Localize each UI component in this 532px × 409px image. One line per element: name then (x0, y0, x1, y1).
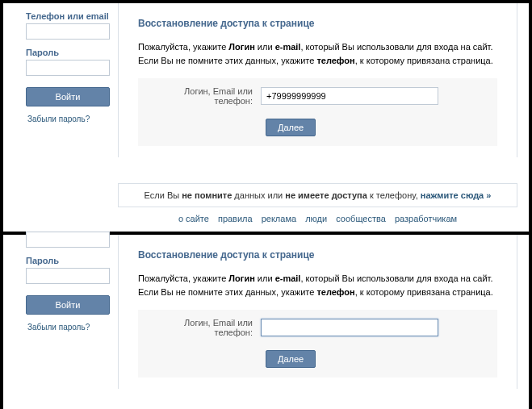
footer-links: о сайте правила реклама люди сообщества … (118, 207, 517, 232)
restore-input-label: Логин, Email или телефон: (148, 318, 253, 337)
footer-link[interactable]: разработчикам (395, 214, 457, 223)
restore-input[interactable] (261, 319, 438, 336)
password-label: Пароль (26, 256, 110, 265)
help-link[interactable]: нажмите сюда » (421, 190, 492, 200)
next-button[interactable]: Далее (266, 350, 316, 368)
description: Пожалуйста, укажите Логин или e-mail, ко… (138, 272, 497, 298)
login-label: Телефон или email (26, 11, 110, 21)
restore-input-label: Логин, Email или телефон: (148, 86, 253, 106)
login-input[interactable] (26, 232, 110, 248)
next-button[interactable]: Далее (266, 119, 316, 136)
help-bar: Если Вы не помните данных или не имеете … (118, 183, 517, 207)
password-input[interactable] (26, 60, 110, 76)
forgot-password-link[interactable]: Забыли пароль? (27, 323, 110, 332)
forgot-password-link[interactable]: Забыли пароль? (27, 115, 110, 123)
footer-link[interactable]: реклама (262, 214, 296, 223)
restore-input[interactable] (261, 87, 438, 105)
password-input[interactable] (26, 268, 110, 284)
login-input[interactable] (26, 23, 110, 40)
page-title: Восстановление доступа к странице (138, 18, 497, 29)
login-button[interactable]: Войти (26, 295, 110, 315)
footer-link[interactable]: правила (218, 214, 253, 223)
footer-link[interactable]: люди (305, 214, 327, 223)
login-button[interactable]: Войти (26, 87, 110, 106)
footer-link[interactable]: о сайте (178, 214, 209, 223)
description: Пожалуйста, укажите Логин или e-mail, ко… (138, 40, 497, 67)
footer-link[interactable]: сообщества (336, 214, 386, 223)
page-title: Восстановление доступа к странице (138, 249, 497, 261)
password-label: Пароль (26, 48, 110, 57)
